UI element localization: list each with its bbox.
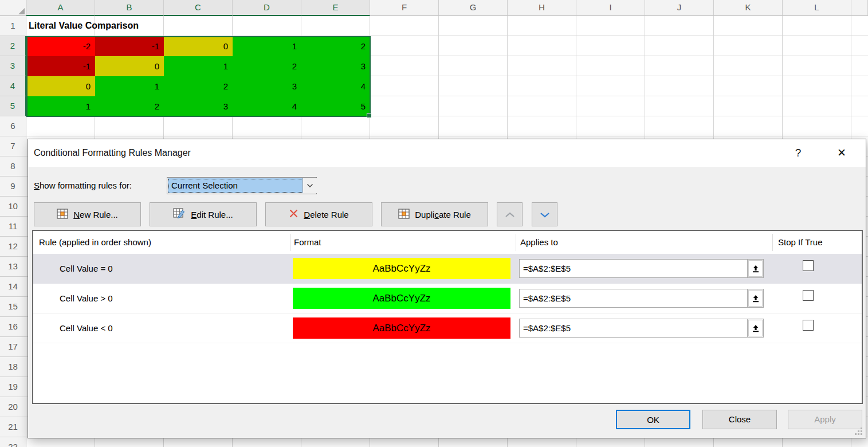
- help-button[interactable]: ?: [788, 143, 808, 163]
- rule-row[interactable]: Cell Value < 0AaBbCcYyZz: [33, 313, 862, 343]
- move-up-button[interactable]: [497, 202, 523, 226]
- column-header-H[interactable]: H: [508, 0, 576, 16]
- row-header-4[interactable]: 4: [0, 76, 26, 96]
- cell[interactable]: -1: [26, 56, 95, 76]
- dialog-title: Conditional Formatting Rules Manager: [34, 139, 191, 167]
- row-header-10[interactable]: 10: [0, 197, 26, 217]
- edit-rule-button[interactable]: Edit Rule...: [150, 202, 257, 226]
- rule-row[interactable]: Cell Value = 0AaBbCcYyZz: [33, 254, 862, 284]
- cell[interactable]: 4: [301, 76, 370, 96]
- column-header-K[interactable]: K: [714, 0, 783, 16]
- collapse-arrow-icon: [748, 320, 763, 336]
- row-header-17[interactable]: 17: [0, 337, 26, 357]
- cell[interactable]: 1: [164, 56, 233, 76]
- row-header-22[interactable]: 22: [0, 437, 26, 447]
- row-header-20[interactable]: 20: [0, 397, 26, 417]
- cell-a1-title[interactable]: Literal Value Comparison: [28, 16, 349, 36]
- new-rule-button[interactable]: New Rule...: [34, 202, 141, 226]
- cell[interactable]: 2: [164, 76, 233, 96]
- cell[interactable]: 3: [301, 56, 370, 76]
- show-rules-accel: S: [34, 181, 40, 190]
- duplicate-rule-label: Duplicate Rule: [415, 210, 471, 219]
- delete-rule-button[interactable]: Delete Rule: [265, 202, 372, 226]
- new-rule-table-icon: [57, 209, 68, 221]
- cell[interactable]: 2: [233, 56, 301, 76]
- column-header-F[interactable]: F: [370, 0, 439, 16]
- close-icon[interactable]: ✕: [831, 143, 852, 163]
- cell[interactable]: 3: [233, 76, 301, 96]
- close-button[interactable]: Close: [702, 410, 777, 429]
- row-header-7[interactable]: 7: [0, 136, 26, 156]
- row-header-9[interactable]: 9: [0, 177, 26, 197]
- stop-if-true-checkbox[interactable]: [803, 290, 814, 301]
- row-header-5[interactable]: 5: [0, 96, 26, 116]
- apply-button[interactable]: Apply: [788, 410, 862, 429]
- cell[interactable]: 5: [301, 96, 370, 116]
- column-header-B[interactable]: B: [95, 0, 164, 16]
- applies-to-input[interactable]: [519, 259, 748, 278]
- cell[interactable]: 0: [95, 56, 164, 76]
- collapse-dialog-button[interactable]: [747, 289, 764, 308]
- format-preview: AaBbCcYyZz: [293, 258, 510, 279]
- row-header-12[interactable]: 12: [0, 237, 26, 257]
- row-header-1[interactable]: 1: [0, 16, 26, 36]
- row-header-19[interactable]: 19: [0, 377, 26, 397]
- cell[interactable]: 3: [164, 96, 233, 116]
- cell[interactable]: 2: [301, 36, 370, 56]
- rule-column-header: Rule (applied in order shown): [39, 231, 151, 254]
- resize-grip[interactable]: [855, 428, 863, 436]
- column-header-D[interactable]: D: [233, 0, 301, 16]
- column-header-I[interactable]: I: [576, 0, 645, 16]
- row-header-15[interactable]: 15: [0, 297, 26, 317]
- row-header-16[interactable]: 16: [0, 317, 26, 337]
- select-all-corner[interactable]: [0, 0, 26, 16]
- column-header-G[interactable]: G: [439, 0, 508, 16]
- column-header-partial[interactable]: [851, 0, 868, 16]
- column-header-J[interactable]: J: [645, 0, 714, 16]
- format-preview: AaBbCcYyZz: [293, 288, 510, 309]
- row-header-6[interactable]: 6: [0, 116, 26, 136]
- duplicate-rule-button[interactable]: Duplicate Rule: [381, 202, 488, 226]
- row-header-21[interactable]: 21: [0, 417, 26, 437]
- row-header-13[interactable]: 13: [0, 257, 26, 277]
- row-header-2[interactable]: 2: [0, 36, 26, 56]
- move-down-button[interactable]: [532, 202, 557, 226]
- ok-button[interactable]: OK: [616, 410, 690, 429]
- column-divider: [772, 234, 773, 251]
- cell[interactable]: 0: [26, 76, 95, 96]
- column-header-C[interactable]: C: [164, 0, 233, 16]
- cell[interactable]: 1: [233, 36, 301, 56]
- row-header-11[interactable]: 11: [0, 217, 26, 237]
- rule-name-label: Cell Value = 0: [60, 254, 113, 284]
- applies-to-input[interactable]: [519, 319, 748, 338]
- row-header-3[interactable]: 3: [0, 56, 26, 76]
- cell[interactable]: -2: [26, 36, 95, 56]
- stop-if-true-checkbox[interactable]: [803, 320, 814, 331]
- row-header-8[interactable]: 8: [0, 156, 26, 177]
- cell[interactable]: 4: [233, 96, 301, 116]
- format-column-header: Format: [294, 231, 321, 254]
- column-header-L[interactable]: L: [783, 0, 851, 16]
- column-header-E[interactable]: E: [301, 0, 370, 16]
- chevron-up-icon: [505, 210, 515, 219]
- chevron-down-icon[interactable]: [303, 178, 317, 193]
- rule-row[interactable]: Cell Value > 0AaBbCcYyZz: [33, 284, 862, 313]
- row-header-18[interactable]: 18: [0, 357, 26, 377]
- cell[interactable]: -1: [95, 36, 164, 56]
- stop-if-true-checkbox[interactable]: [803, 260, 814, 271]
- scope-dropdown[interactable]: Current Selection: [167, 177, 317, 194]
- cell[interactable]: 0: [164, 36, 233, 56]
- rule-name-label: Cell Value < 0: [60, 313, 113, 343]
- row-header-14[interactable]: 14: [0, 277, 26, 297]
- edit-rule-pencil-icon: [173, 208, 186, 221]
- cell[interactable]: 1: [95, 76, 164, 96]
- applies-to-input[interactable]: [519, 289, 748, 308]
- cell[interactable]: 1: [26, 96, 95, 116]
- column-header-A[interactable]: A: [26, 0, 95, 16]
- collapse-dialog-button[interactable]: [747, 319, 764, 338]
- collapse-dialog-button[interactable]: [747, 259, 764, 278]
- cell[interactable]: 2: [95, 96, 164, 116]
- duplicate-table-icon: [398, 209, 410, 221]
- new-rule-label: New Rule...: [73, 210, 118, 219]
- rule-name-label: Cell Value > 0: [60, 284, 113, 313]
